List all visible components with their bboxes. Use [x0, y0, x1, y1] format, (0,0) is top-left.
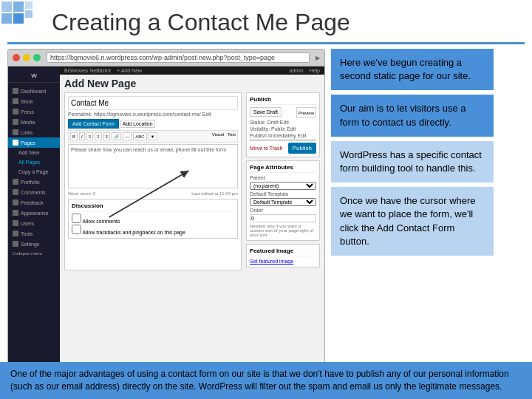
set-featured-image-link[interactable]: Set featured image: [250, 259, 293, 264]
align-left-btn[interactable]: ≡: [86, 132, 94, 140]
allow-trackbacks-label[interactable]: Allow trackbacks and pingbacks on this p…: [72, 230, 185, 235]
sidebar-item-press[interactable]: Press: [8, 106, 60, 117]
add-contact-form-button[interactable]: Add Contact Form: [68, 119, 119, 129]
appearance-icon: [13, 210, 18, 216]
title-underline: [7, 42, 525, 44]
parent-select[interactable]: (no parent): [250, 182, 316, 190]
publish-box: Publish Save Draft Preview Status: Draft…: [246, 92, 320, 157]
wp-logo: W: [8, 69, 60, 83]
sidebar-item-tools[interactable]: Tools: [8, 228, 60, 239]
sidebar-item-settings[interactable]: Settings: [8, 239, 60, 249]
sidebar-item-appearance[interactable]: Appearance: [8, 208, 60, 218]
browser-chrome: https://bgmovie6.n.wordpress.com/wp-admi…: [8, 50, 324, 66]
browser-url[interactable]: https://bgmovie6.n.wordpress.com/wp-admi…: [47, 52, 310, 63]
wp-last-edited: Last edited at 11:04 pm: [191, 191, 238, 196]
italic-btn[interactable]: I: [79, 132, 85, 140]
sidebar-item-add-new[interactable]: Add New: [8, 148, 60, 157]
link-btn[interactable]: 🔗: [112, 132, 121, 140]
deco-squares: [0, 0, 44, 41]
parent-row: Parent: [250, 175, 316, 180]
main-content: https://bgmovie6.n.wordpress.com/wp-admi…: [0, 49, 532, 366]
bottom-bar-text: One of the major advantages of using a c…: [10, 369, 509, 392]
schedule-row: Publish Immediately Edit: [250, 133, 316, 138]
expand-btn[interactable]: ▼: [149, 132, 157, 140]
browser-go: ▶: [316, 55, 320, 61]
wp-word-count: Word count: 0: [68, 191, 95, 196]
sidebar-item-store[interactable]: Store: [8, 96, 60, 106]
align-right-btn[interactable]: ≡: [103, 132, 111, 140]
spell-btn[interactable]: ABC: [133, 132, 146, 140]
allow-trackbacks-text: Allow trackbacks and pingbacks on this p…: [83, 230, 185, 235]
links-icon: [13, 129, 18, 135]
media-icon: [13, 119, 18, 125]
info-panel-3: WordPress has a specific contact form bu…: [331, 141, 494, 183]
sidebar-item-comments[interactable]: Comments: [8, 187, 60, 197]
publish-title: Publish: [250, 96, 316, 105]
sidebar-label-tools: Tools: [21, 231, 33, 236]
sidebar-label-press: Press: [21, 109, 34, 115]
sidebar-item-collapse[interactable]: Collapse menu: [8, 249, 60, 258]
sidebar-item-feedback[interactable]: Feedback: [8, 197, 60, 208]
save-draft-btn[interactable]: Save Draft: [250, 107, 282, 117]
admin-bar-site[interactable]: BGMovies NetBizKit: [64, 68, 111, 73]
bottom-bar: One of the major advantages of using a c…: [0, 362, 532, 399]
sidebar-label-copy-page: Copy a Page: [18, 169, 48, 174]
add-location-button[interactable]: Add Location: [120, 120, 155, 128]
template-select[interactable]: Default Template: [250, 198, 316, 206]
wp-text-area[interactable]: Please share how you can reach us or ema…: [68, 144, 238, 188]
svg-rect-5: [25, 10, 33, 18]
bold-btn[interactable]: B: [70, 132, 78, 140]
sidebar-item-users[interactable]: Users: [8, 218, 60, 228]
allow-comments-label[interactable]: Allow comments: [72, 214, 234, 224]
sidebar-item-media[interactable]: Media: [8, 117, 60, 127]
publish-btn[interactable]: Publish: [288, 143, 316, 154]
tab-visual[interactable]: Visual: [212, 132, 224, 140]
press-icon: [13, 109, 18, 115]
wp-page-heading: Add New Page: [64, 78, 320, 89]
sidebar-item-portfolio[interactable]: Portfolio: [8, 177, 60, 187]
browser-body: W Dashboard Store Press Media: [8, 66, 324, 366]
store-icon: [13, 98, 18, 104]
browser-area: https://bgmovie6.n.wordpress.com/wp-admi…: [7, 49, 325, 366]
sidebar-item-pages[interactable]: Pages: [8, 137, 60, 148]
info-panel-1-text: Here we've begun creating a second stati…: [340, 57, 471, 81]
browser-btn-maximize[interactable]: [33, 54, 41, 61]
wp-editor-right: Publish Save Draft Preview Status: Draft…: [246, 92, 320, 270]
discussion-box: Discussion Allow comments Allow trackbac…: [68, 199, 238, 239]
template-row: Default Template: [250, 191, 316, 197]
sidebar-label-dashboard: Dashboard: [21, 89, 46, 94]
preview-btn[interactable]: Preview: [296, 107, 316, 118]
sidebar-label-users: Users: [21, 221, 34, 226]
portfolio-icon: [13, 179, 18, 185]
info-panel-2-text: Our aim is to let visitors use a form to…: [340, 103, 466, 127]
browser-btn-minimize[interactable]: [23, 54, 30, 61]
admin-bar-user[interactable]: admin: [290, 68, 304, 73]
featured-image-box: Featured Image Set featured image: [246, 244, 320, 267]
sidebar-item-copy-page[interactable]: Copy a Page: [8, 167, 60, 177]
info-panel-4: Once we have the cursor where we want to…: [331, 187, 494, 256]
sidebar-label-appearance: Appearance: [21, 211, 49, 216]
align-center-btn[interactable]: ≡: [95, 132, 102, 140]
allow-comments-text: Allow comments: [83, 219, 120, 224]
allow-trackbacks-checkbox[interactable]: [72, 225, 81, 234]
sidebar-label-add-new: Add New: [18, 150, 39, 155]
page-attributes-box: Page Attributes Parent (no parent) Defau…: [246, 160, 320, 241]
trash-link[interactable]: Move to Trash: [250, 146, 282, 151]
allow-comments-checkbox[interactable]: [72, 214, 81, 223]
admin-bar-help[interactable]: Help: [310, 68, 320, 73]
sidebar-item-dashboard[interactable]: Dashboard: [8, 86, 60, 96]
more-btn[interactable]: —: [123, 132, 132, 140]
info-panel-1: Here we've begun creating a second stati…: [331, 49, 494, 90]
sidebar-item-links[interactable]: Links: [8, 127, 60, 137]
admin-bar-add[interactable]: + Add New: [117, 68, 142, 73]
wp-title-input[interactable]: [68, 96, 238, 110]
order-input[interactable]: [250, 214, 316, 222]
sidebar-item-all-pages[interactable]: All Pages: [8, 157, 60, 167]
svg-rect-2: [1, 13, 12, 24]
svg-rect-4: [25, 1, 33, 9]
tab-text[interactable]: Text: [228, 132, 236, 140]
info-panel-2: Our aim is to let visitors use a form to…: [331, 95, 494, 136]
browser-btn-close[interactable]: [13, 54, 20, 61]
users-icon: [13, 220, 18, 226]
wp-permalink: Permalink: https://bgmovies.n.wordpress.…: [68, 112, 238, 117]
